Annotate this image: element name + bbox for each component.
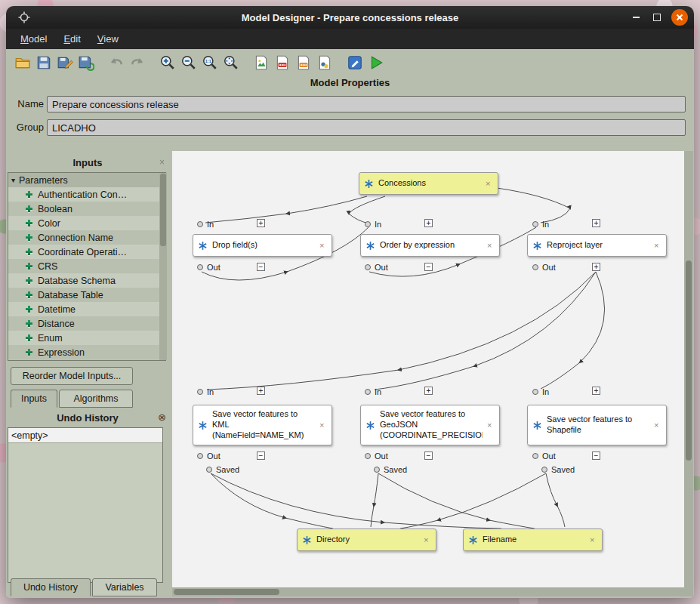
maximize-button[interactable]	[649, 9, 665, 26]
node-remove-icon[interactable]: ×	[654, 242, 661, 249]
port-out[interactable]: Out	[365, 263, 388, 272]
node-save-geojson[interactable]: Save vector features to GeoJSON (COORDIN…	[360, 405, 500, 445]
menu-model[interactable]: Model	[12, 30, 55, 48]
menu-edit[interactable]: Edit	[55, 30, 88, 48]
node-save-shapefile[interactable]: Save vector features to Shapefile ×	[527, 405, 667, 445]
model-name-input[interactable]	[47, 96, 686, 112]
node-remove-icon[interactable]: ×	[319, 242, 327, 249]
reorder-model-inputs-button[interactable]: Reorder Model Inputs...	[11, 367, 133, 385]
zoom-in-icon[interactable]	[157, 52, 178, 73]
expand-in-icon[interactable]: +	[424, 387, 433, 395]
tree-item-authentication[interactable]: Authentication Con…	[8, 187, 165, 202]
node-drop-fields[interactable]: Drop field(s) ×	[193, 234, 332, 257]
node-order-by-expression[interactable]: Order by expression ×	[360, 234, 500, 257]
tree-item-color[interactable]: Color	[8, 216, 165, 230]
tree-item-connection-name[interactable]: Connection Name	[8, 230, 165, 245]
port-in[interactable]: In	[365, 387, 381, 396]
port-out[interactable]: Out	[197, 263, 220, 272]
inputs-tree-scrollbar[interactable]	[159, 173, 167, 360]
node-filename[interactable]: Filename ×	[463, 528, 603, 551]
expand-in-icon[interactable]: +	[257, 219, 265, 227]
open-model-icon[interactable]	[12, 52, 33, 73]
export-as-python-icon[interactable]	[314, 52, 335, 73]
socket-dot[interactable]	[365, 389, 371, 395]
port-out[interactable]: Out	[365, 451, 388, 461]
expand-in-icon[interactable]: +	[424, 219, 433, 227]
socket-dot[interactable]	[532, 264, 538, 270]
socket-dot[interactable]	[206, 467, 212, 473]
socket-dot[interactable]	[365, 264, 371, 270]
collapse-out-icon[interactable]: −	[257, 451, 265, 460]
save-model-as-icon[interactable]	[54, 52, 76, 73]
tab-inputs[interactable]: Inputs	[11, 390, 57, 408]
titlebar[interactable]: Model Designer - Prepare concessions rel…	[6, 6, 694, 29]
scrollbar-thumb[interactable]	[686, 260, 692, 461]
undo-icon[interactable]	[106, 52, 127, 73]
port-out[interactable]: Out	[532, 263, 556, 272]
port-saved[interactable]: Saved	[541, 465, 575, 474]
port-out[interactable]: Out	[532, 451, 556, 461]
node-reproject-layer[interactable]: Reproject layer ×	[527, 234, 667, 257]
tree-item-crs[interactable]: CRS	[8, 259, 165, 273]
node-remove-icon[interactable]: ×	[487, 242, 495, 249]
tab-variables[interactable]: Variables	[92, 578, 157, 596]
collapse-out-icon[interactable]: −	[424, 263, 433, 271]
node-concessions[interactable]: Concessions ×	[359, 172, 498, 195]
expand-in-icon[interactable]: +	[592, 219, 600, 227]
undo-history-close-icon[interactable]: ⊗	[158, 411, 166, 423]
node-remove-icon[interactable]: ×	[590, 536, 597, 544]
horizontal-scrollbar[interactable]	[172, 587, 684, 596]
inputs-panel-close-icon[interactable]: ×	[159, 157, 165, 168]
run-model-icon[interactable]	[365, 52, 387, 73]
tab-undo-history[interactable]: Undo History	[11, 578, 91, 596]
model-canvas[interactable]: Concessions × In + In + In + Drop field(…	[172, 151, 693, 596]
expand-in-icon[interactable]: +	[257, 387, 265, 395]
port-in[interactable]: In	[532, 220, 549, 229]
node-remove-icon[interactable]: ×	[319, 421, 327, 429]
node-save-kml[interactable]: Save vector features to KML (NameField=N…	[193, 405, 332, 445]
port-in[interactable]: In	[197, 387, 214, 396]
expand-in-icon[interactable]: +	[592, 387, 600, 395]
port-out[interactable]: Out	[197, 451, 220, 461]
collapse-out-icon[interactable]: −	[424, 451, 433, 460]
undo-history-list[interactable]: <empty>	[8, 427, 163, 583]
port-in[interactable]: In	[197, 220, 214, 229]
socket-dot[interactable]	[197, 453, 203, 459]
tree-item-database-table[interactable]: Database Table	[8, 288, 165, 302]
chevron-down-icon[interactable]: ▾	[11, 176, 15, 184]
socket-dot[interactable]	[532, 221, 538, 227]
socket-dot[interactable]	[365, 221, 371, 227]
scrollbar-thumb[interactable]	[160, 174, 166, 246]
tree-item-expression[interactable]: Expression	[8, 345, 165, 359]
vertical-scrollbar[interactable]	[684, 151, 693, 596]
collapse-out-icon[interactable]: −	[592, 451, 600, 460]
port-in[interactable]: In	[365, 220, 381, 229]
port-saved[interactable]: Saved	[374, 465, 407, 474]
close-button[interactable]	[671, 9, 688, 26]
tree-item-datetime[interactable]: Datetime	[8, 302, 165, 316]
socket-dot[interactable]	[532, 453, 538, 459]
tree-item-coordinate-operation[interactable]: Coordinate Operati…	[8, 245, 165, 259]
node-remove-icon[interactable]: ×	[487, 421, 495, 429]
collapse-out-icon[interactable]: −	[257, 263, 265, 271]
tab-algorithms[interactable]: Algorithms	[59, 390, 133, 408]
save-model-in-project-icon[interactable]	[76, 52, 97, 73]
socket-dot[interactable]	[197, 264, 203, 270]
socket-dot[interactable]	[541, 467, 547, 473]
zoom-actual-size-icon[interactable]: 1:1	[199, 52, 220, 73]
node-remove-icon[interactable]: ×	[424, 536, 431, 544]
zoom-full-icon[interactable]	[220, 52, 242, 73]
port-in[interactable]: In	[532, 387, 549, 396]
socket-dot[interactable]	[197, 221, 203, 227]
node-directory[interactable]: Directory ×	[297, 528, 436, 551]
export-as-svg-icon[interactable]	[293, 52, 314, 73]
scrollbar-thumb[interactable]	[174, 589, 279, 595]
menu-view[interactable]: View	[89, 30, 127, 48]
node-remove-icon[interactable]: ×	[486, 180, 493, 187]
tree-item-distance[interactable]: Distance	[8, 316, 165, 331]
expand-out-icon[interactable]: +	[592, 263, 600, 271]
port-saved[interactable]: Saved	[206, 465, 239, 474]
minimize-button[interactable]	[628, 9, 644, 26]
tree-root-parameters[interactable]: ▾ Parameters	[8, 173, 165, 187]
redo-icon[interactable]	[127, 52, 148, 73]
